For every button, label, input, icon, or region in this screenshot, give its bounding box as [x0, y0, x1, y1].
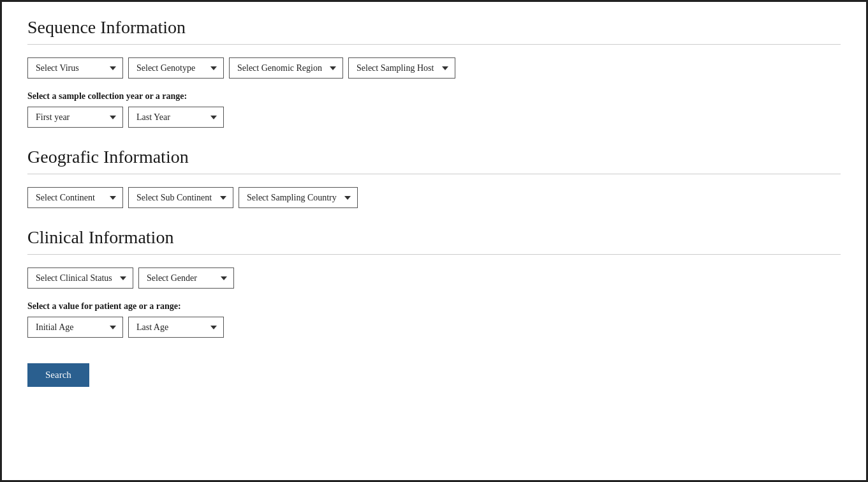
page-container: Sequence Information Select Virus Select… — [0, 0, 868, 482]
select-genomic-region[interactable]: Select Genomic Region — [229, 57, 343, 79]
clinical-section: Clinical Information Select Clinical Sta… — [27, 227, 841, 387]
select-first-year[interactable]: First year — [27, 107, 123, 128]
geographic-divider — [27, 174, 841, 174]
select-clinical-status[interactable]: Select Clinical Status — [27, 267, 133, 289]
select-last-age[interactable]: Last Age — [128, 317, 224, 338]
year-range-label: Select a sample collection year or a ran… — [27, 91, 841, 102]
clinical-title: Clinical Information — [27, 227, 841, 248]
age-range-label: Select a value for patient age or a rang… — [27, 301, 841, 312]
sequence-dropdowns-row: Select Virus Select Genotype Select Geno… — [27, 57, 841, 79]
geographic-section: Geografic Information Select Continent S… — [27, 147, 841, 208]
age-dropdowns-row: Initial Age Last Age — [27, 317, 841, 338]
year-dropdowns-row: First year Last Year — [27, 107, 841, 128]
clinical-dropdowns-row: Select Clinical Status Select Gender — [27, 267, 841, 289]
select-continent[interactable]: Select Continent — [27, 187, 123, 208]
select-initial-age[interactable]: Initial Age — [27, 317, 123, 338]
select-last-year[interactable]: Last Year — [128, 107, 224, 128]
select-genotype[interactable]: Select Genotype — [128, 57, 224, 79]
sequence-divider — [27, 44, 841, 45]
sequence-section: Sequence Information Select Virus Select… — [27, 17, 841, 128]
search-button[interactable]: Search — [27, 363, 89, 387]
sequence-title: Sequence Information — [27, 17, 841, 38]
select-sub-continent[interactable]: Select Sub Continent — [128, 187, 233, 208]
select-virus[interactable]: Select Virus — [27, 57, 123, 79]
select-sampling-host[interactable]: Select Sampling Host — [348, 57, 455, 79]
clinical-divider — [27, 254, 841, 255]
select-sampling-country[interactable]: Select Sampling Country — [239, 187, 358, 208]
content-area: Sequence Information Select Virus Select… — [2, 2, 866, 480]
geographic-dropdowns-row: Select Continent Select Sub Continent Se… — [27, 187, 841, 208]
geographic-title: Geografic Information — [27, 147, 841, 167]
select-gender[interactable]: Select Gender — [138, 267, 234, 289]
